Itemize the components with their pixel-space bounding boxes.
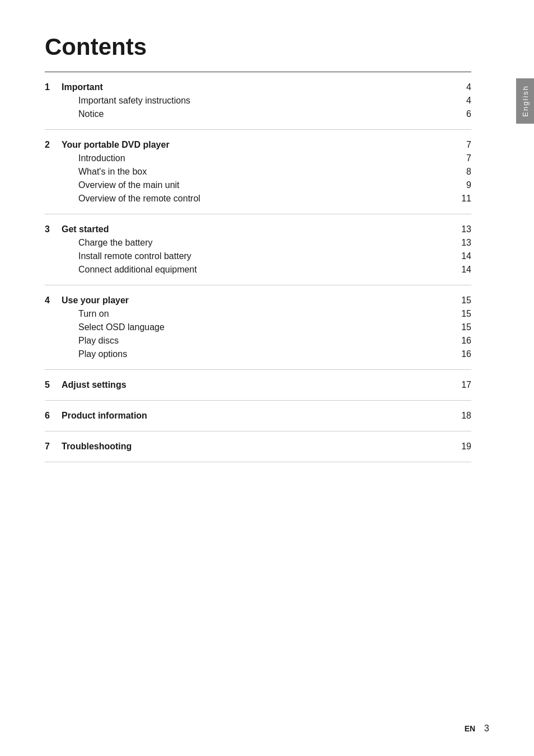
toc-subsection-page: 6 — [455, 109, 471, 119]
toc-section-title: Get started — [62, 224, 443, 234]
page-title: Contents — [45, 34, 489, 60]
side-tab: English — [516, 78, 534, 124]
toc-section-title: Troubleshooting — [62, 442, 443, 452]
toc-subsection-title: What's in the box — [62, 167, 443, 177]
toc-sub-row: Play discs16 — [45, 336, 471, 346]
toc-section-number: 6 — [45, 411, 62, 421]
toc-section-title: Product information — [62, 411, 443, 421]
toc-section: 7Troubleshooting19 — [45, 431, 471, 462]
toc-subsection-page: 15 — [455, 322, 471, 332]
toc-subsection-title: Charge the battery — [62, 238, 443, 248]
toc-section: 4Use your player15Turn on15Select OSD la… — [45, 285, 471, 370]
toc-subsection-page: 13 — [455, 238, 471, 248]
toc-section-title: Important — [62, 82, 443, 92]
toc-section: 1Important4Important safety instructions… — [45, 72, 471, 130]
toc-section-page: 18 — [455, 411, 471, 421]
toc-subsection-page: 14 — [455, 265, 471, 275]
side-tab-label: English — [521, 85, 530, 117]
toc-sub-row: Important safety instructions4 — [45, 96, 471, 106]
toc-subsection-page: 16 — [455, 336, 471, 346]
toc-section-page: 19 — [455, 442, 471, 452]
toc-main-row: 7Troubleshooting19 — [45, 442, 471, 452]
toc-section-page: 13 — [455, 224, 471, 234]
toc-subsection-page: 4 — [455, 96, 471, 106]
toc-subsection-page: 8 — [455, 167, 471, 177]
toc-section-number: 1 — [45, 82, 62, 92]
toc-subsection-title: Introduction — [62, 153, 443, 163]
toc-section-page: 15 — [455, 295, 471, 306]
toc-subsection-title: Overview of the remote control — [62, 194, 443, 204]
toc-subsection-title: Connect additional equipment — [62, 265, 443, 275]
toc-section-title: Your portable DVD player — [62, 140, 443, 150]
toc-section-title: Adjust settings — [62, 380, 443, 390]
toc-main-row: 3Get started13 — [45, 224, 471, 234]
toc-sub-row: Install remote control battery14 — [45, 251, 471, 261]
toc-sub-row: Introduction7 — [45, 153, 471, 163]
toc-subsection-page: 7 — [455, 153, 471, 163]
toc-sub-row: Turn on15 — [45, 309, 471, 319]
toc-sub-row: Notice6 — [45, 109, 471, 119]
toc-section: 6Product information18 — [45, 401, 471, 431]
toc-section-title: Use your player — [62, 295, 443, 306]
toc-sub-row: Charge the battery13 — [45, 238, 471, 248]
toc-main-row: 1Important4 — [45, 82, 471, 92]
toc-subsection-page: 11 — [455, 194, 471, 204]
toc-section-number: 2 — [45, 140, 62, 150]
footer-lang: EN — [465, 724, 475, 733]
toc-section-number: 7 — [45, 442, 62, 452]
toc-subsection-title: Turn on — [62, 309, 443, 319]
toc-main-row: 6Product information18 — [45, 411, 471, 421]
toc-section-number: 3 — [45, 224, 62, 234]
toc-subsection-page: 16 — [455, 349, 471, 359]
toc-section-page: 4 — [455, 82, 471, 92]
page-container: English Contents 1Important4Important sa… — [0, 0, 534, 756]
toc-section-number: 5 — [45, 380, 62, 390]
toc-section-number: 4 — [45, 295, 62, 306]
toc-subsection-page: 14 — [455, 251, 471, 261]
toc-section-page: 7 — [455, 140, 471, 150]
toc-subsection-title: Play options — [62, 349, 443, 359]
toc-sub-row: Play options16 — [45, 349, 471, 359]
toc-section: 2Your portable DVD player7Introduction7W… — [45, 130, 471, 214]
toc-subsection-title: Play discs — [62, 336, 443, 346]
toc-subsection-page: 9 — [455, 180, 471, 190]
footer-page: 3 — [484, 724, 489, 734]
toc-main-row: 5Adjust settings17 — [45, 380, 471, 390]
toc-subsection-title: Select OSD language — [62, 322, 443, 332]
toc-sub-row: Connect additional equipment14 — [45, 265, 471, 275]
toc-main-row: 4Use your player15 — [45, 295, 471, 306]
toc-section: 3Get started13Charge the battery13Instal… — [45, 214, 471, 285]
footer: EN 3 — [465, 724, 489, 734]
toc-main-row: 2Your portable DVD player7 — [45, 140, 471, 150]
toc-sub-row: What's in the box8 — [45, 167, 471, 177]
toc-container: 1Important4Important safety instructions… — [45, 72, 489, 462]
toc-subsection-title: Important safety instructions — [62, 96, 443, 106]
toc-section-page: 17 — [455, 380, 471, 390]
toc-sub-row: Select OSD language15 — [45, 322, 471, 332]
toc-sub-row: Overview of the remote control11 — [45, 194, 471, 204]
toc-subsection-title: Install remote control battery — [62, 251, 443, 261]
toc-subsection-title: Overview of the main unit — [62, 180, 443, 190]
toc-subsection-title: Notice — [62, 109, 443, 119]
toc-section: 5Adjust settings17 — [45, 370, 471, 401]
toc-subsection-page: 15 — [455, 309, 471, 319]
toc-sub-row: Overview of the main unit9 — [45, 180, 471, 190]
